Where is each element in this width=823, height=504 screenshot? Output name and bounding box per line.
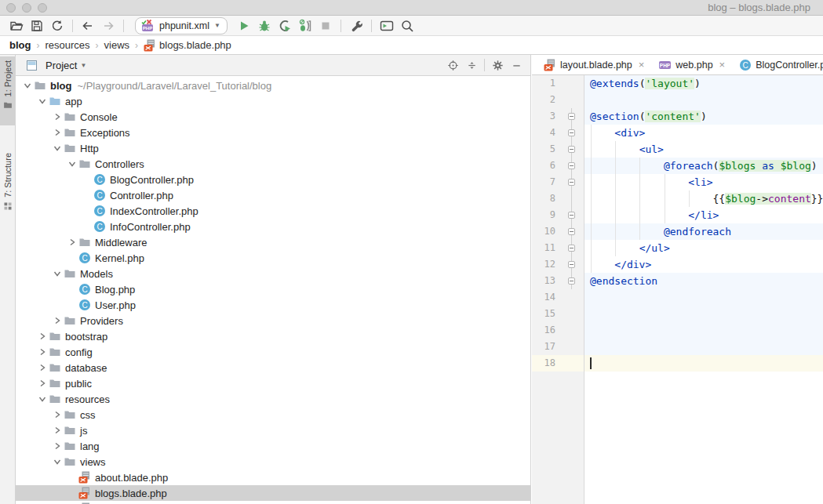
tree-item-blogcontroller-php[interactable]: CBlogController.php xyxy=(16,172,530,187)
back-button[interactable] xyxy=(78,17,98,34)
tree-expander[interactable] xyxy=(51,425,63,436)
debug-button[interactable] xyxy=(254,17,275,34)
tree-item-blog-php[interactable]: CBlog.php xyxy=(16,281,530,297)
save-button[interactable] xyxy=(27,17,47,34)
code-line-1[interactable]: 1@extends('layout') xyxy=(532,75,823,92)
tree-item-about-blade-php[interactable]: about.blade.php xyxy=(16,470,530,485)
tree-expander[interactable] xyxy=(51,143,63,154)
tree-expander[interactable] xyxy=(36,331,48,342)
tree-item-public[interactable]: public xyxy=(16,375,530,391)
tree-expander[interactable] xyxy=(51,127,63,138)
editor-tab-layout-blade-php[interactable]: layout.blade.php× xyxy=(537,55,651,74)
close-tab-icon[interactable]: × xyxy=(719,59,726,71)
wrench-button[interactable] xyxy=(346,17,366,34)
tree-item-console[interactable]: Console xyxy=(16,109,530,125)
fold-start-icon[interactable] xyxy=(568,162,575,169)
tree-item-indexcontroller-php[interactable]: CIndexController.php xyxy=(16,203,530,219)
code-line-13[interactable]: 13@endsection xyxy=(532,273,823,289)
tree-expander[interactable] xyxy=(51,456,63,467)
breadcrumb-item[interactable]: blog xyxy=(9,39,31,51)
code-line-6[interactable]: 6 @foreach($blogs as $blog) xyxy=(532,158,823,174)
code-line-7[interactable]: 7 <li> xyxy=(532,174,823,190)
tree-item-infocontroller-php[interactable]: CInfoController.php xyxy=(16,219,530,234)
zoom-button[interactable] xyxy=(38,3,47,13)
code-editor[interactable]: 1@extends('layout')23@section('content')… xyxy=(532,75,823,504)
code-line-12[interactable]: 12 </div> xyxy=(532,256,823,273)
search-button[interactable] xyxy=(397,17,417,34)
tree-item-models[interactable]: Models xyxy=(16,266,530,281)
editor-tab-web-php[interactable]: PHPweb.php× xyxy=(651,55,732,74)
settings-button[interactable] xyxy=(488,56,507,74)
sync-button[interactable] xyxy=(47,17,67,34)
tree-expander[interactable] xyxy=(51,111,63,122)
minimize-button[interactable] xyxy=(22,3,31,13)
tree-expander[interactable] xyxy=(66,158,78,169)
fold-end-icon[interactable] xyxy=(568,228,575,235)
tree-expander[interactable] xyxy=(51,315,63,326)
run-button[interactable] xyxy=(234,17,254,34)
tree-item-controller-php[interactable]: CController.php xyxy=(16,187,530,203)
tree-item-http[interactable]: Http xyxy=(16,140,530,156)
editor-tab-blogcontroller-php[interactable]: CBlogController.php× xyxy=(732,55,823,74)
fold-start-icon[interactable] xyxy=(568,113,575,120)
code-line-5[interactable]: 5 <ul> xyxy=(532,141,823,158)
code-line-14[interactable]: 14 xyxy=(532,289,823,306)
forward-button[interactable] xyxy=(98,17,118,34)
chevron-down-icon[interactable]: ▼ xyxy=(80,62,86,69)
tree-item-exceptions[interactable]: Exceptions xyxy=(16,125,530,140)
fold-end-icon[interactable] xyxy=(568,245,575,252)
locate-button[interactable] xyxy=(443,56,462,74)
stop-button[interactable] xyxy=(315,17,336,34)
tree-item-css[interactable]: css xyxy=(16,407,530,422)
tree-expander[interactable] xyxy=(36,346,48,357)
tree-expander[interactable] xyxy=(36,362,48,373)
breadcrumb-item[interactable]: blogs.blade.php xyxy=(144,39,231,52)
tree-item-database[interactable]: database xyxy=(16,360,530,375)
coverage-button[interactable] xyxy=(275,17,295,34)
tree-item-partial[interactable] xyxy=(16,501,530,504)
tree-expander[interactable] xyxy=(51,409,63,420)
tree-item-bootstrap[interactable]: bootstrap xyxy=(16,328,530,344)
stripe-item-project[interactable]: 1: Project xyxy=(0,56,15,125)
close-tab-icon[interactable]: × xyxy=(639,59,645,71)
code-line-15[interactable]: 15 xyxy=(532,306,823,322)
code-line-3[interactable]: 3@section('content') xyxy=(532,108,823,125)
tree-item-blogs-blade-php[interactable]: blogs.blade.php xyxy=(16,485,530,501)
code-line-8[interactable]: 8 {{$blog->content}} xyxy=(532,190,823,207)
tree-item-controllers[interactable]: Controllers xyxy=(16,156,530,172)
profiler-button[interactable] xyxy=(295,17,315,34)
tree-expander[interactable] xyxy=(51,268,63,279)
hide-button[interactable] xyxy=(507,56,526,74)
tree-expander[interactable] xyxy=(51,441,63,451)
fold-end-icon[interactable] xyxy=(568,212,575,219)
tree-item-js[interactable]: js xyxy=(16,422,530,438)
fold-start-icon[interactable] xyxy=(568,146,575,153)
tree-item-views[interactable]: views xyxy=(16,454,530,470)
tree-item-providers[interactable]: Providers xyxy=(16,313,530,328)
tree-item-blog[interactable]: blog~/Playground/Laravel/Laravel_Tutoria… xyxy=(16,78,530,93)
code-line-11[interactable]: 11 </ul> xyxy=(532,240,823,256)
tree-item-app[interactable]: app xyxy=(16,93,530,109)
fold-start-icon[interactable] xyxy=(568,129,575,136)
tree-expander[interactable] xyxy=(36,96,48,107)
stripe-item-structure[interactable]: 7: Structure xyxy=(0,149,15,231)
code-line-16[interactable]: 16 xyxy=(532,322,823,339)
code-line-17[interactable]: 17 xyxy=(532,339,823,355)
tree-item-resources[interactable]: resources xyxy=(16,391,530,407)
fold-end-icon[interactable] xyxy=(568,261,575,268)
fold-start-icon[interactable] xyxy=(568,179,575,186)
tree-item-user-php[interactable]: CUser.php xyxy=(16,297,530,313)
tree-expander[interactable] xyxy=(36,378,48,389)
tree-expander[interactable] xyxy=(36,393,48,404)
folder-open-button[interactable] xyxy=(6,17,27,34)
code-line-18[interactable]: 18 xyxy=(532,355,823,372)
close-button[interactable] xyxy=(6,3,16,13)
terminal-button[interactable] xyxy=(377,17,397,34)
collapse-all-button[interactable] xyxy=(462,56,481,74)
tree-expander[interactable] xyxy=(66,237,78,248)
code-line-4[interactable]: 4 <div> xyxy=(532,125,823,141)
tree-item-config[interactable]: config xyxy=(16,344,530,360)
tree-item-middleware[interactable]: Middleware xyxy=(16,234,530,250)
tree-expander[interactable] xyxy=(21,80,33,91)
run-config-dropdown[interactable]: PHPphpunit.xml▼ xyxy=(135,17,228,34)
